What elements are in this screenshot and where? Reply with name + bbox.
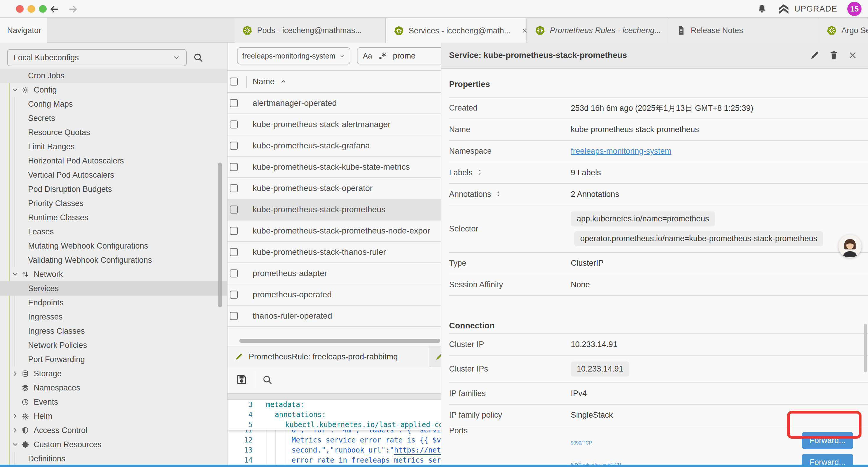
sidebar-item-secrets[interactable]: Secrets [0,111,227,125]
close-icon[interactable] [521,27,527,35]
chevron-right-icon[interactable] [11,427,19,434]
window-zoom-light[interactable] [39,5,47,13]
sidebar-item-validating-webhook-configurations[interactable]: Validating Webhook Configurations [0,253,227,267]
sidebar-item-access-control[interactable]: Access Control [0,423,227,437]
sidebar-item-port-forwarding[interactable]: Port Forwarding [0,352,227,367]
row-checkbox[interactable] [230,184,238,193]
table-row[interactable]: kube-prometheus-stack-prometheus-node-ex… [227,221,441,242]
sidebar-item-config[interactable]: Config [0,83,227,97]
row-checkbox[interactable] [230,163,238,171]
namespace-filter-select[interactable]: freeleaps-monitoring-system [237,47,350,64]
property-rows: Cluster IP10.233.14.91Cluster IPs10.233.… [449,333,868,467]
row-checkbox[interactable] [230,291,238,299]
sidebar-item-config-maps[interactable]: Config Maps [0,97,227,111]
sidebar-item-runtime-classes[interactable]: Runtime Classes [0,210,227,225]
sidebar-item-namespaces[interactable]: Namespaces [0,381,227,395]
editor-search-icon[interactable] [262,374,273,385]
delete-trash-icon[interactable] [829,50,839,61]
table-row[interactable]: kube-prometheus-stack-thanos-ruler [227,242,441,263]
table-row[interactable]: kube-prometheus-stack-operator [227,178,441,199]
runbook-url-link[interactable]: https://net [394,446,441,455]
forward-arrow-icon[interactable] [67,4,79,15]
sidebar-item-cron-jobs[interactable]: Cron Jobs [0,68,227,83]
sidebar-item-limit-ranges[interactable]: Limit Ranges [0,140,227,154]
table-row[interactable]: kube-prometheus-stack-alertmanager [227,114,441,135]
row-checkbox[interactable] [230,99,238,107]
sidebar-item-resource-quotas[interactable]: Resource Quotas [0,125,227,140]
tab-navigator[interactable]: Navigator [0,18,47,42]
namespace-link[interactable]: freeleaps-monitoring-system [571,147,672,156]
upgrade-button[interactable]: UPGRADE [777,2,837,16]
chevron-down-icon[interactable] [11,86,19,94]
sidebar-item-vertical-pod-autoscalers[interactable]: Vertical Pod Autoscalers [0,168,227,182]
table-row[interactable]: prometheus-operated [227,284,441,305]
edit-pencil-icon[interactable] [809,50,820,61]
chevron-down-icon[interactable] [11,270,19,278]
save-icon[interactable] [236,374,248,385]
sort-icon[interactable] [476,169,483,177]
sidebar-item-priority-classes[interactable]: Priority Classes [0,196,227,210]
line-number: 14 [227,455,253,465]
table-row[interactable]: thanos-ruler-operated [227,305,441,327]
navigator-label: Navigator [7,26,41,35]
back-arrow-icon[interactable] [49,4,60,15]
sidebar-item-pod-disruption-budgets[interactable]: Pod Disruption Budgets [0,182,227,196]
property-row-session-affinity: Session AffinityNone [449,274,868,296]
sidebar-item-services[interactable]: Services [0,282,227,296]
editor-tab-partial[interactable] [431,346,441,367]
sort-icon[interactable] [495,191,502,199]
sidebar-item-ingress-classes[interactable]: Ingress Classes [0,324,227,338]
row-checkbox[interactable] [230,206,238,214]
sidebar-item-mutating-webhook-configurations[interactable]: Mutating Webhook Configurations [0,239,227,253]
kubeconfig-selector[interactable]: Local Kubeconfigs [7,49,187,66]
row-checkbox[interactable] [230,142,238,150]
table-row[interactable]: prometheus-adapter [227,263,441,284]
sidebar-item-horizontal-pod-autoscalers[interactable]: Horizontal Pod Autoscalers [0,154,227,168]
match-case-toggle[interactable]: Aa [363,52,372,61]
tab-argo-se[interactable]: Argo Se [819,18,868,42]
sidebar-item-events[interactable]: Events [0,395,227,409]
sidebar-item-ingresses[interactable]: Ingresses [0,310,227,324]
window-minimize-light[interactable] [28,5,35,13]
editor-sticky-scroll: 3metadata:4annotations:5kubectl.kubernet… [227,400,441,430]
sidebar-item-storage[interactable]: Storage [0,367,227,381]
close-icon[interactable] [847,50,858,61]
row-checkbox[interactable] [230,312,238,320]
sidebar-item-endpoints[interactable]: Endpoints [0,296,227,310]
avatar[interactable] [838,235,862,258]
column-header-name[interactable]: Name [253,77,287,86]
table-row[interactable]: kube-prometheus-stack-prometheus [227,199,441,221]
bell-icon[interactable] [756,4,767,14]
table-row[interactable]: alertmanager-operated [227,93,441,114]
tab-release-notes[interactable]: Release Notes [668,18,819,42]
port-link[interactable]: 9090/TCP [571,440,592,446]
horizontal-scrollbar[interactable] [239,339,440,343]
yaml-editor[interactable]: 3metadata:4annotations:5kubectl.kubernet… [227,400,441,467]
sidebar-item-leases[interactable]: Leases [0,225,227,239]
row-checkbox[interactable] [230,248,238,256]
notification-badge[interactable]: 15 [847,2,862,16]
row-checkbox[interactable] [230,121,238,128]
row-checkbox[interactable] [230,227,238,235]
row-checkbox[interactable] [230,269,238,278]
sidebar-item-custom-resources[interactable]: Custom Resources [0,437,227,451]
sidebar-item-definitions[interactable]: Definitions [0,451,227,466]
tab-prometheus-rules-icecheng[interactable]: Prometheus Rules - icecheng... [527,18,668,42]
chevron-right-icon[interactable] [11,412,19,420]
window-close-light[interactable] [16,5,24,13]
sidebar-search-icon[interactable] [193,52,204,63]
tab-services-icecheng-math[interactable]: Services - icecheng@math... [386,18,527,43]
table-row[interactable]: kube-prometheus-stack-grafana [227,135,441,157]
regex-toggle-icon[interactable] [378,52,387,60]
select-all-checkbox[interactable] [230,78,238,86]
sidebar-item-network[interactable]: Network [0,267,227,282]
chevron-right-icon[interactable] [11,370,19,377]
panel-scrollbar[interactable] [864,324,867,372]
chevron-down-icon[interactable] [11,441,19,448]
table-row[interactable]: kube-prometheus-stack-kube-state-metrics [227,157,441,178]
sidebar-item-helm[interactable]: Helm [0,409,227,423]
sidebar-item-network-policies[interactable]: Network Policies [0,338,227,352]
sidebar-scrollbar[interactable] [218,163,222,308]
editor-tab-prometheusrule[interactable]: PrometheusRule: freeleaps-prod-rabbitmq [227,346,430,367]
tab-pods-icecheng-mathmas[interactable]: Pods - icecheng@mathmas... [235,18,385,42]
